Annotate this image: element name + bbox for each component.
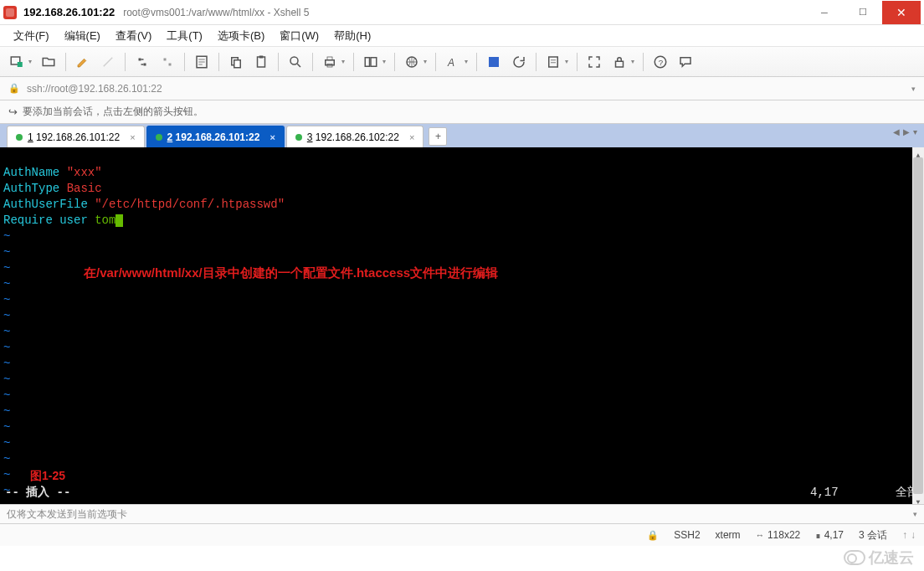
tab-prev-icon[interactable]: ◀ bbox=[893, 127, 900, 136]
session-tab-2[interactable]: 2 192.168.26.101:22 × bbox=[146, 126, 285, 147]
menu-file[interactable]: 文件(F) bbox=[8, 26, 54, 46]
color-scheme-icon[interactable] bbox=[482, 50, 506, 74]
font-icon[interactable]: A bbox=[441, 50, 465, 74]
watermark: 亿速云 bbox=[844, 548, 914, 568]
menubar: 文件(F) 编辑(E) 查看(V) 工具(T) 选项卡(B) 窗口(W) 帮助(… bbox=[0, 25, 924, 47]
dropdown-icon[interactable]: ▾ bbox=[631, 58, 638, 65]
wand-icon[interactable] bbox=[96, 50, 120, 74]
properties-icon[interactable] bbox=[190, 50, 213, 74]
svg-rect-4 bbox=[234, 59, 241, 67]
status-up-icon[interactable]: ↑ bbox=[902, 529, 907, 541]
sessions-panel-icon[interactable] bbox=[359, 50, 382, 74]
terminal[interactable]: AuthName "xxx" AuthType Basic AuthUserFi… bbox=[0, 147, 924, 504]
disconnect-icon[interactable] bbox=[156, 50, 179, 74]
session-tab-3[interactable]: 3 192.168.26.102:22 × bbox=[286, 126, 424, 147]
dropdown-icon[interactable]: ▾ bbox=[28, 58, 35, 65]
status-cursor: 4,17 bbox=[824, 529, 844, 541]
menu-help[interactable]: 帮助(H) bbox=[329, 26, 376, 46]
add-session-arrow-icon[interactable]: ↪ bbox=[8, 105, 18, 118]
menu-view[interactable]: 查看(V) bbox=[110, 26, 157, 46]
svg-text:?: ? bbox=[659, 57, 664, 66]
svg-rect-11 bbox=[365, 57, 369, 66]
hint-text: 要添加当前会话，点击左侧的箭头按钮。 bbox=[23, 105, 203, 119]
tab-menu-icon[interactable]: ▾ bbox=[913, 127, 917, 136]
dropdown-icon[interactable]: ▾ bbox=[465, 58, 471, 65]
app-icon bbox=[3, 6, 17, 19]
dropdown-icon[interactable]: ▾ bbox=[424, 58, 430, 65]
print-icon[interactable] bbox=[318, 50, 341, 74]
edit-pencil-icon[interactable] bbox=[71, 50, 95, 74]
scrollbar-thumb[interactable] bbox=[913, 157, 923, 494]
caret-icon: ∎ bbox=[815, 530, 821, 540]
tab-next-icon[interactable]: ▶ bbox=[903, 127, 910, 136]
chat-icon[interactable] bbox=[674, 50, 697, 74]
status-dot-icon bbox=[16, 134, 23, 141]
tabstrip: 1 192.168.26.101:22 × 2 192.168.26.101:2… bbox=[0, 124, 924, 147]
hintbar: ↪ 要添加当前会话，点击左侧的箭头按钮。 bbox=[0, 100, 924, 124]
figure-label: 图1-25 bbox=[30, 468, 65, 484]
vertical-scrollbar[interactable]: ▲ ▼ bbox=[912, 147, 924, 504]
statusbar: 🔒 SSH2 xterm ↔ 118x22 ∎ 4,17 3 会话 ↑ ↓ bbox=[0, 524, 924, 546]
svg-rect-5 bbox=[258, 57, 265, 67]
address-dropdown-icon[interactable]: ▾ bbox=[911, 85, 916, 93]
refresh-icon[interactable] bbox=[507, 50, 531, 74]
search-icon[interactable] bbox=[284, 50, 307, 74]
new-tab-button[interactable]: + bbox=[429, 127, 447, 146]
vim-cursor-pos: 4,17 bbox=[810, 485, 877, 501]
address-url[interactable]: ssh://root@192.168.26.101:22 bbox=[27, 83, 162, 95]
scroll-up-icon[interactable]: ▲ bbox=[912, 147, 924, 157]
paste-icon[interactable] bbox=[249, 50, 273, 74]
menu-window[interactable]: 窗口(W) bbox=[275, 26, 324, 46]
svg-rect-15 bbox=[489, 57, 499, 67]
menu-tabs[interactable]: 选项卡(B) bbox=[213, 26, 270, 46]
status-size: 118x22 bbox=[767, 529, 800, 541]
toolbar: ▾ ▾ ▾ ▾ A ▾ ▾ ▾ ? bbox=[0, 47, 924, 77]
globe-icon[interactable] bbox=[400, 50, 424, 74]
lock-small-icon: 🔒 bbox=[8, 83, 20, 94]
status-protocol: SSH2 bbox=[674, 529, 700, 541]
tab-close-icon[interactable]: × bbox=[409, 132, 414, 142]
help-icon[interactable]: ? bbox=[649, 50, 672, 74]
close-button[interactable]: ✕ bbox=[882, 1, 921, 24]
lock-status-icon: 🔒 bbox=[647, 530, 659, 541]
minimize-button[interactable]: ─ bbox=[805, 1, 844, 24]
dropdown-icon[interactable]: ▾ bbox=[382, 58, 389, 65]
compose-bar[interactable]: 仅将文本发送到当前选项卡 ▾ bbox=[0, 504, 924, 524]
window-title-path: root@vms001:/var/www/html/xx - Xshell 5 bbox=[123, 7, 805, 18]
vim-mode: -- 插入 -- bbox=[5, 485, 70, 501]
svg-point-7 bbox=[290, 57, 298, 64]
maximize-button[interactable]: ☐ bbox=[844, 1, 882, 24]
new-session-icon[interactable] bbox=[5, 50, 28, 74]
compose-dropdown-icon[interactable]: ▾ bbox=[913, 510, 917, 518]
status-dot-icon bbox=[295, 134, 302, 141]
window-title-ip: 192.168.26.101:22 bbox=[23, 6, 115, 18]
session-tab-1[interactable]: 1 192.168.26.101:22 × bbox=[7, 126, 145, 147]
status-down-icon[interactable]: ↓ bbox=[911, 529, 916, 541]
dropdown-icon[interactable]: ▾ bbox=[565, 58, 572, 65]
copy-icon[interactable] bbox=[224, 50, 248, 74]
menu-edit[interactable]: 编辑(E) bbox=[59, 26, 105, 46]
tab-close-icon[interactable]: × bbox=[130, 132, 135, 142]
addressbar: 🔒 ssh://root@192.168.26.101:22 ▾ bbox=[0, 77, 924, 100]
menu-tools[interactable]: 工具(T) bbox=[162, 26, 208, 46]
svg-rect-1 bbox=[18, 62, 23, 67]
svg-text:A: A bbox=[447, 56, 454, 68]
status-dot-icon bbox=[156, 134, 162, 141]
scroll-down-icon[interactable]: ▼ bbox=[912, 494, 924, 504]
open-icon[interactable] bbox=[37, 50, 60, 74]
status-sessions: 3 会话 bbox=[859, 528, 887, 543]
annotation-text: 在/var/www/html/xx/目录中创建的一个配置文件.htaccess文… bbox=[84, 265, 498, 280]
dropdown-icon[interactable]: ▾ bbox=[341, 58, 348, 65]
svg-rect-6 bbox=[259, 55, 264, 58]
fullscreen-icon[interactable] bbox=[583, 50, 606, 74]
watermark-icon bbox=[844, 550, 865, 565]
tab-close-icon[interactable]: × bbox=[270, 132, 275, 142]
svg-rect-17 bbox=[616, 61, 624, 67]
titlebar: 192.168.26.101:22 root@vms001:/var/www/h… bbox=[0, 0, 924, 25]
svg-rect-8 bbox=[326, 59, 335, 64]
lock-icon[interactable] bbox=[608, 50, 631, 74]
reconnect-icon[interactable] bbox=[131, 50, 154, 74]
script-icon[interactable] bbox=[542, 50, 565, 74]
svg-rect-16 bbox=[549, 57, 558, 67]
status-term: xterm bbox=[716, 529, 741, 541]
